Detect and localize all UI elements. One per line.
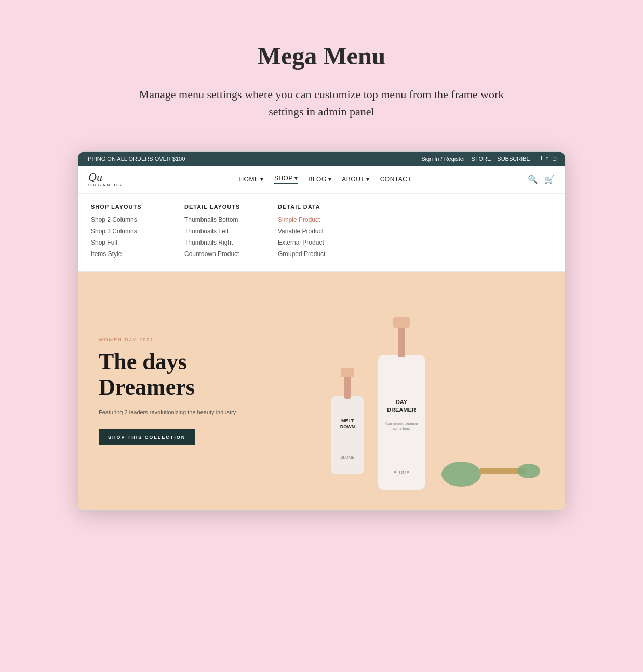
svg-text:BLUME: BLUME: [393, 470, 409, 475]
about-chevron-icon: ▾: [366, 176, 370, 183]
facebook-icon[interactable]: f: [541, 155, 542, 162]
shop-chevron-icon: ▾: [294, 174, 298, 182]
mega-menu-dropdown: SHOP LAYOUTS Shop 2 Columns Shop 3 Colum…: [78, 194, 565, 272]
svg-text:come true.: come true.: [393, 427, 410, 431]
nav-shop[interactable]: SHOP ▾: [274, 174, 298, 184]
jade-roller: [441, 462, 540, 487]
hero-badge: WOMEN DAY 2021: [99, 337, 236, 342]
countdown-product[interactable]: Countdown Product: [184, 250, 257, 258]
mega-col-detail-data: DETAIL DATA Simple Product Variable Prod…: [278, 204, 351, 262]
svg-text:BLUME: BLUME: [340, 455, 355, 460]
simple-product[interactable]: Simple Product: [278, 216, 351, 223]
svg-text:MELT: MELT: [341, 418, 354, 423]
svg-rect-8: [393, 317, 410, 328]
nav-icons: 🔍 🛒: [528, 174, 555, 184]
svg-rect-7: [398, 324, 405, 357]
products-svg: MELT DOWN BLUME DAY DREAMER Your dream c…: [264, 272, 565, 510]
social-icons: f t ◻: [541, 155, 557, 162]
browser-frame: IPPING ON ALL ORDERS OVER $100 Sign In /…: [77, 151, 566, 511]
hero-content: WOMEN DAY 2021 The days Dreamers Featuri…: [78, 316, 257, 465]
cart-icon[interactable]: 🛒: [544, 174, 555, 184]
blog-chevron-icon: ▾: [328, 176, 332, 183]
svg-rect-0: [331, 396, 364, 474]
svg-point-16: [517, 464, 540, 478]
subscribe-link[interactable]: SUBSCRIBE: [497, 156, 530, 162]
nav-home[interactable]: HOME ▾: [239, 176, 264, 183]
mega-col-shop-layouts: SHOP LAYOUTS Shop 2 Columns Shop 3 Colum…: [91, 204, 164, 262]
navbar: Qu ORGANICS HOME ▾ SHOP ▾ BLOG ▾ ABOUT ▾…: [78, 166, 565, 194]
announcement-bar: IPPING ON ALL ORDERS OVER $100 Sign In /…: [78, 152, 565, 166]
sign-in-link[interactable]: Sign In / Register: [421, 156, 465, 162]
announcement-right: Sign In / Register STORE SUBSCRIBE f t ◻: [421, 155, 557, 162]
shop-3-columns[interactable]: Shop 3 Columns: [91, 227, 164, 235]
store-link[interactable]: STORE: [472, 156, 491, 162]
svg-text:DAY: DAY: [396, 399, 408, 405]
mega-col-detail-layouts: DETAIL LAYOUTS Thumbnails Bottom Thumbna…: [184, 204, 257, 262]
page-title: Mega Menu: [258, 42, 386, 70]
shop-layouts-header: SHOP LAYOUTS: [91, 204, 164, 210]
nav-contact[interactable]: CONTACT: [380, 176, 412, 183]
instagram-icon[interactable]: ◻: [552, 155, 557, 162]
hero-title: The days Dreamers: [99, 350, 236, 400]
thumbnails-left[interactable]: Thumbnails Left: [184, 227, 257, 235]
external-product[interactable]: External Product: [278, 239, 351, 246]
nav-about[interactable]: ABOUT ▾: [342, 176, 369, 183]
page-subtitle: Manage menu settings where you can custo…: [124, 86, 519, 120]
nav-links: HOME ▾ SHOP ▾ BLOG ▾ ABOUT ▾ CONTACT: [239, 174, 411, 184]
items-style[interactable]: Items Style: [91, 250, 164, 258]
short-bottle: MELT DOWN BLUME: [331, 368, 364, 474]
detail-layouts-header: DETAIL LAYOUTS: [184, 204, 257, 210]
shop-2-columns[interactable]: Shop 2 Columns: [91, 216, 164, 223]
svg-text:Your dream cleanser: Your dream cleanser: [385, 422, 419, 425]
shop-collection-button[interactable]: SHOP THIS COLLECTION: [99, 429, 195, 445]
detail-data-header: DETAIL DATA: [278, 204, 351, 210]
svg-text:DOWN: DOWN: [340, 424, 355, 429]
logo[interactable]: Qu ORGANICS: [88, 171, 123, 188]
twitter-icon[interactable]: t: [546, 155, 548, 162]
logo-sub: ORGANICS: [88, 183, 123, 188]
hero-description: Featuring 2 leaders revolutionizing the …: [99, 408, 236, 417]
logo-script: Qu: [88, 171, 123, 183]
grouped-product[interactable]: Grouped Product: [278, 250, 351, 258]
hero-section: WOMEN DAY 2021 The days Dreamers Featuri…: [78, 272, 565, 510]
hero-products: MELT DOWN BLUME DAY DREAMER Your dream c…: [264, 272, 565, 510]
svg-text:DREAMER: DREAMER: [387, 407, 416, 413]
nav-blog[interactable]: BLOG ▾: [308, 176, 331, 183]
announcement-text: IPPING ON ALL ORDERS OVER $100: [86, 156, 185, 162]
tall-bottle: DAY DREAMER Your dream cleanser come tru…: [378, 317, 425, 490]
search-icon[interactable]: 🔍: [528, 174, 538, 184]
thumbnails-right[interactable]: Thumbnails Right: [184, 239, 257, 246]
svg-point-14: [441, 462, 481, 487]
thumbnails-bottom[interactable]: Thumbnails Bottom: [184, 216, 257, 223]
shop-full[interactable]: Shop Full: [91, 239, 164, 246]
variable-product[interactable]: Variable Product: [278, 227, 351, 235]
home-chevron-icon: ▾: [260, 176, 264, 183]
svg-rect-2: [341, 368, 354, 377]
